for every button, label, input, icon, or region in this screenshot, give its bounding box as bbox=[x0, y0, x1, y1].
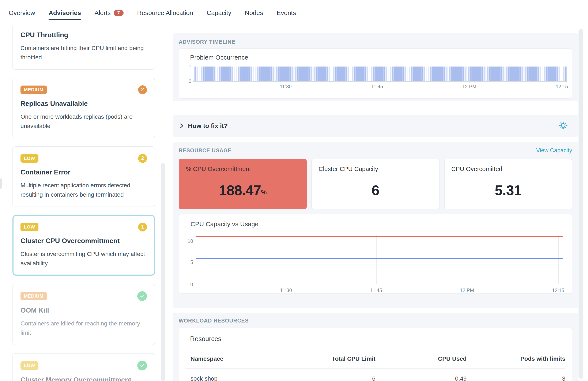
advisory-title: Cluster CPU Overcommittment bbox=[21, 237, 147, 245]
stat-suffix: % bbox=[261, 189, 267, 196]
x-tick-label: 12 PM bbox=[460, 288, 474, 293]
resources-table: Namespace Total CPU Limit CPU Used Pods … bbox=[186, 352, 566, 381]
y-axis: 10 5 0 bbox=[186, 235, 196, 284]
stat-card-cluster-cpu-capacity: Cluster CPU Capacity 6 bbox=[311, 159, 439, 209]
x-tick bbox=[286, 81, 286, 83]
view-capacity-link[interactable]: View Capacity bbox=[536, 147, 572, 154]
plot-area bbox=[196, 235, 563, 284]
advisory-title: CPU Throttling bbox=[21, 31, 147, 39]
tab-nodes-label: Nodes bbox=[245, 9, 263, 17]
advisory-card-cluster-memory-overcommittment[interactable]: LOW Cluster Memory Overcommittment Clust… bbox=[12, 353, 155, 381]
advisory-description: Containers are killed for reaching the m… bbox=[21, 319, 147, 338]
tab-nodes[interactable]: Nodes bbox=[245, 0, 263, 26]
tab-advisories[interactable]: Advisories bbox=[49, 0, 81, 26]
resource-usage-section: RESOURCE USAGE View Capacity % CPU Overc… bbox=[173, 142, 578, 308]
tab-capacity[interactable]: Capacity bbox=[207, 0, 231, 26]
advisory-title: Container Error bbox=[21, 168, 147, 176]
lightbulb-icon[interactable] bbox=[558, 120, 569, 132]
advisory-card-oom-kill[interactable]: MEDIUM OOM Kill Containers are killed fo… bbox=[12, 284, 155, 345]
problem-occurrence-chart: 1 0 bbox=[186, 66, 569, 81]
severity-badge: LOW bbox=[21, 154, 39, 163]
advisory-card-cluster-cpu-overcommittment[interactable]: LOW 1 Cluster CPU Overcommittment Cluste… bbox=[12, 215, 155, 275]
section-title: RESOURCE USAGE bbox=[179, 148, 231, 153]
advisory-title: OOM Kill bbox=[21, 306, 147, 314]
badge-row: LOW bbox=[21, 361, 147, 370]
badge-row: LOW 2 bbox=[21, 154, 147, 163]
badge-row: LOW 1 bbox=[21, 223, 147, 232]
y-tick-label: 1 bbox=[189, 64, 191, 69]
gridline bbox=[286, 235, 286, 284]
plot-area bbox=[194, 66, 567, 81]
advisory-description: Cluster is overcommiting CPU which may a… bbox=[21, 249, 147, 268]
clipped-badge-row bbox=[21, 26, 147, 31]
severity-badge: LOW bbox=[21, 223, 39, 231]
sidebar-scrollbar[interactable] bbox=[161, 163, 165, 381]
x-tick-label: 11:30 bbox=[280, 288, 292, 293]
stat-value: 188.47% bbox=[179, 182, 306, 198]
how-to-fix-row[interactable]: How to fix it? bbox=[173, 115, 578, 137]
tab-resource-allocation-label: Resource Allocation bbox=[137, 9, 193, 17]
count-badge: 2 bbox=[138, 154, 147, 163]
col-total-cpu-limit: Total CPU Limit bbox=[315, 352, 376, 368]
stat-card-cpu-overcommittment-pct: % CPU Overcomittment 188.47% bbox=[179, 159, 307, 209]
badge-row: MEDIUM 2 bbox=[21, 85, 147, 94]
tab-events-label: Events bbox=[277, 9, 296, 17]
severity-badge: MEDIUM bbox=[21, 85, 47, 94]
x-tick-label: 12 PM bbox=[462, 84, 476, 89]
main-scrollbar[interactable] bbox=[579, 29, 583, 379]
advisory-title: Cluster Memory Overcommittment bbox=[21, 376, 147, 381]
problem-occurrence-card: Problem Occurrence 1 0 11 bbox=[179, 48, 572, 99]
advisory-card-container-error[interactable]: LOW 2 Container Error Multiple recent ap… bbox=[12, 146, 155, 207]
cell-total-cpu-limit: 6 bbox=[315, 368, 376, 381]
advisory-description: Multiple recent application errors detec… bbox=[21, 181, 147, 199]
y-tick-label: 5 bbox=[190, 260, 193, 265]
advisory-card-replicas-unavailable[interactable]: MEDIUM 2 Replicas Unavailable One or mor… bbox=[12, 78, 155, 138]
top-nav: Overview Advisories Alerts 7 Resource Al… bbox=[0, 0, 588, 26]
advisories-list: CPU Throttling Containers are hitting th… bbox=[12, 26, 155, 381]
count-badge: 2 bbox=[138, 85, 147, 94]
cell-pods-with-limits: 3 bbox=[466, 368, 566, 381]
cell-namespace: sock-shop bbox=[186, 368, 315, 381]
x-axis-labels: 11:30 11:45 12 PM 12:15 bbox=[196, 284, 563, 293]
chevron-right-icon bbox=[179, 123, 184, 129]
advisory-card-cpu-throttling[interactable]: CPU Throttling Containers are hitting th… bbox=[12, 26, 155, 70]
col-pods-with-limits: Pods with limits bbox=[466, 352, 566, 368]
cpu-capacity-line bbox=[196, 258, 563, 259]
dashboard-window: Overview Advisories Alerts 7 Resource Al… bbox=[0, 0, 588, 381]
how-to-fix-label: How to fix it? bbox=[188, 122, 228, 129]
count-badge: 1 bbox=[138, 223, 147, 232]
x-tick bbox=[377, 81, 378, 83]
cell-cpu-used: 0.49 bbox=[375, 368, 466, 381]
y-axis: 1 0 bbox=[186, 66, 194, 81]
resolved-check-icon bbox=[137, 291, 147, 301]
tab-events[interactable]: Events bbox=[277, 0, 296, 26]
chart-title: Problem Occurrence bbox=[190, 54, 569, 61]
x-tick-label: 11:45 bbox=[370, 288, 382, 293]
tab-alerts[interactable]: Alerts 7 bbox=[94, 0, 124, 26]
x-tick bbox=[469, 81, 469, 83]
badge-row: MEDIUM bbox=[21, 291, 147, 301]
y-tick-label: 0 bbox=[189, 79, 191, 84]
stat-value: 6 bbox=[312, 182, 439, 198]
stat-cards-row: % CPU Overcomittment 188.47% Cluster CPU… bbox=[179, 159, 572, 209]
stat-card-cpu-overcomitted: CPU Overcomitted 5.31 bbox=[444, 159, 572, 209]
gridline bbox=[558, 235, 559, 284]
window-edge-scrollbar[interactable] bbox=[0, 178, 2, 189]
advisory-title: Replicas Unavailable bbox=[21, 100, 147, 107]
col-cpu-used: CPU Used bbox=[375, 352, 466, 368]
col-namespace: Namespace bbox=[186, 352, 315, 368]
advisory-description: Containers are hitting their CPU limit a… bbox=[21, 43, 147, 62]
chart-title: CPU Capacity vs Usage bbox=[190, 220, 563, 228]
x-tick-label: 11:45 bbox=[371, 84, 383, 89]
advisory-description: One or more workloads replicas (pods) ar… bbox=[21, 112, 147, 131]
section-title: ADVISORY TIMELINE bbox=[179, 39, 572, 45]
stat-title: Cluster CPU Capacity bbox=[318, 166, 432, 172]
resolved-check-icon bbox=[137, 361, 147, 370]
y-tick-label: 0 bbox=[190, 282, 193, 287]
workload-resources-section: WORKLOAD RESOURCES Resources Namespace T… bbox=[173, 313, 578, 381]
gridline bbox=[467, 235, 467, 284]
tab-overview[interactable]: Overview bbox=[9, 0, 35, 26]
resources-card: Resources Namespace Total CPU Limit CPU … bbox=[179, 328, 572, 381]
tab-resource-allocation[interactable]: Resource Allocation bbox=[137, 0, 193, 26]
table-header-row: Namespace Total CPU Limit CPU Used Pods … bbox=[186, 352, 566, 368]
